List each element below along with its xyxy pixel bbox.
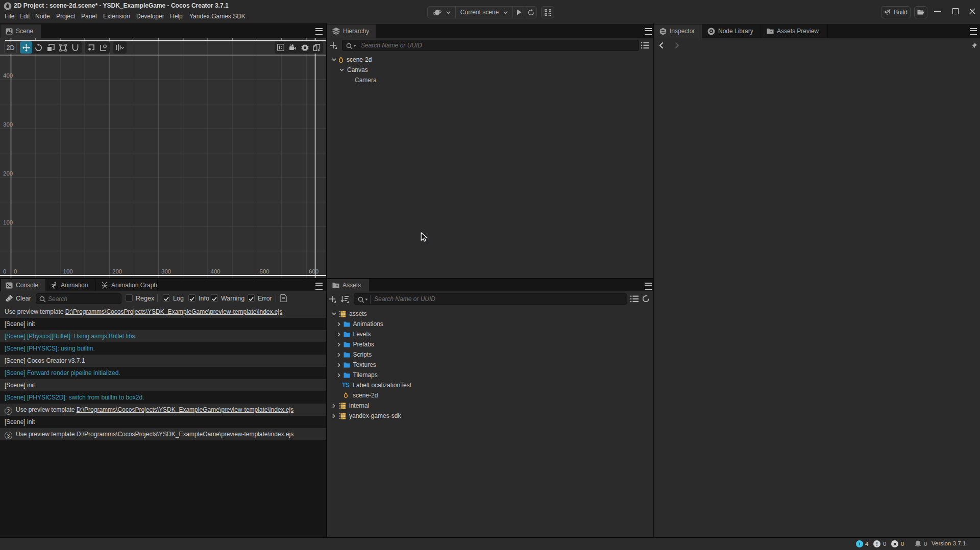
svg-text:200: 200 <box>3 170 13 177</box>
svg-text:100: 100 <box>63 268 73 274</box>
svg-text:400: 400 <box>211 268 220 274</box>
svg-text:0: 0 <box>14 268 17 274</box>
svg-text:300: 300 <box>161 268 171 274</box>
svg-text:600: 600 <box>309 268 318 274</box>
svg-text:200: 200 <box>112 268 122 274</box>
svg-text:0: 0 <box>3 268 6 274</box>
svg-text:500: 500 <box>260 268 270 274</box>
svg-text:400: 400 <box>3 72 13 79</box>
svg-text:100: 100 <box>3 219 13 226</box>
svg-text:300: 300 <box>3 121 13 128</box>
